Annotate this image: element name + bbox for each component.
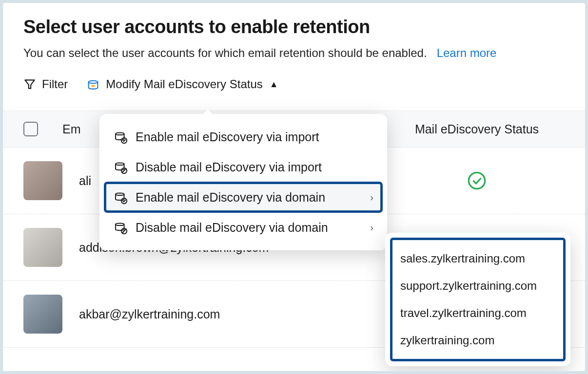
dropdown-item-enable-import[interactable]: Enable mail eDiscovery via import (99, 122, 387, 152)
column-header-status: Mail eDiscovery Status (389, 122, 565, 136)
dropdown-item-label: Disable mail eDiscovery via domain (136, 221, 328, 235)
dropdown-item-label: Enable mail eDiscovery via domain (136, 190, 325, 205)
svg-point-2 (469, 172, 485, 188)
svg-marker-0 (25, 80, 35, 88)
domain-option[interactable]: zylkertraining.com (394, 327, 561, 354)
funnel-icon (23, 78, 36, 91)
ediscovery-disable-icon (113, 220, 128, 235)
avatar (23, 161, 62, 200)
page-subtitle: You can select the user accounts for whi… (23, 46, 565, 60)
dropdown-item-disable-import[interactable]: Disable mail eDiscovery via import (99, 152, 387, 182)
dropdown-item-label: Disable mail eDiscovery via import (136, 160, 322, 174)
ediscovery-enable-icon (113, 130, 128, 144)
email-cell: akbar@zylkertraining.com (79, 307, 389, 321)
chevron-right-icon: › (370, 192, 373, 203)
domain-option[interactable]: support.zylkertraining.com (394, 272, 561, 299)
avatar (23, 295, 62, 334)
dropdown-item-disable-domain[interactable]: Disable mail eDiscovery via domain › (99, 212, 387, 243)
ediscovery-disable-icon (113, 160, 128, 174)
dropdown-item-label: Enable mail eDiscovery via import (136, 130, 319, 144)
chevron-right-icon: › (370, 222, 373, 233)
domain-submenu: sales.zylkertraining.com support.zylkert… (385, 233, 570, 366)
dropdown-item-enable-domain[interactable]: Enable mail eDiscovery via domain › (104, 182, 382, 212)
avatar (23, 228, 62, 267)
domain-option[interactable]: travel.zylkertraining.com (394, 299, 561, 327)
modify-status-dropdown: Enable mail eDiscovery via import Disabl… (99, 114, 387, 250)
filter-button[interactable]: Filter (23, 77, 68, 91)
domain-option[interactable]: sales.zylkertraining.com (394, 245, 561, 272)
subtitle-text: You can select the user accounts for whi… (23, 46, 427, 59)
filter-label: Filter (42, 77, 68, 91)
chevron-up-icon: ▲ (270, 79, 278, 90)
ediscovery-enable-icon (113, 190, 128, 205)
select-all-checkbox[interactable] (23, 122, 38, 136)
box-icon (86, 77, 100, 91)
modify-status-button[interactable]: Modify Mail eDiscovery Status ▲ (86, 77, 278, 91)
svg-rect-1 (92, 85, 95, 87)
status-enabled-icon (467, 171, 487, 190)
page-title: Select user accounts to enable retention (23, 17, 565, 37)
learn-more-link[interactable]: Learn more (437, 46, 497, 59)
modify-status-label: Modify Mail eDiscovery Status (106, 77, 262, 91)
